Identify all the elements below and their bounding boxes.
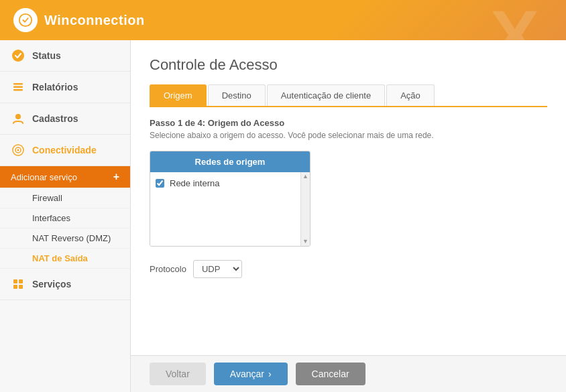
protocol-row: Protocolo UDP TCP ICMP Todos — [150, 260, 547, 278]
sidebar-subitem-interfaces[interactable]: Interfaces — [0, 208, 130, 228]
adicionar-servico-label: Adicionar serviço — [11, 172, 77, 182]
nat-reverso-label: NAT Reverso (DMZ) — [32, 233, 111, 243]
svg-rect-4 — [13, 89, 23, 91]
step-description: Selecione abaixo a origem do acesso. Voc… — [150, 131, 547, 140]
sidebar-item-conectividade[interactable]: Conectividade — [0, 135, 130, 166]
app-name: Winconnection — [44, 13, 145, 28]
cancel-button[interactable]: Cancelar — [296, 363, 365, 385]
sidebar-label-servicos: Serviços — [32, 279, 71, 289]
scrollbar[interactable]: ▲ ▼ — [300, 172, 310, 246]
tab-origem[interactable]: Origem — [150, 84, 207, 106]
svg-rect-10 — [19, 279, 23, 283]
tab-destino[interactable]: Destino — [208, 84, 266, 106]
sidebar-subitem-adicionar-servico[interactable]: Adicionar serviço + — [0, 166, 130, 188]
next-label: Avançar — [230, 369, 264, 379]
firewall-label: Firewall — [32, 193, 62, 203]
main-content: Controle de Acesso Origem Destino Autent… — [131, 40, 566, 355]
svg-point-5 — [15, 114, 21, 119]
network-table-body: Rede interna — [150, 172, 300, 246]
sidebar-item-relatorios[interactable]: Relatórios — [0, 72, 130, 103]
interfaces-label: Interfaces — [32, 213, 70, 223]
svg-point-8 — [17, 149, 19, 151]
sidebar-subitem-nat-saida[interactable]: NAT de Saída — [0, 249, 130, 269]
nat-saida-label: NAT de Saída — [32, 253, 88, 263]
rede-interna-checkbox[interactable] — [156, 179, 164, 188]
sidebar-subitem-nat-reverso[interactable]: NAT Reverso (DMZ) — [0, 228, 130, 249]
sidebar-subitem-firewall[interactable]: Firewall — [0, 188, 130, 208]
svg-rect-9 — [13, 279, 17, 283]
grid-icon — [11, 277, 25, 291]
svg-rect-12 — [19, 285, 23, 289]
network-table-header: Redes de origem — [150, 151, 310, 172]
back-button[interactable]: Voltar — [150, 363, 206, 385]
connectivity-icon — [11, 143, 25, 157]
app-header: Winconnection — [0, 0, 566, 40]
tab-bar: Origem Destino Autenticação de cliente A… — [150, 84, 547, 107]
sidebar-label-cadastros: Cadastros — [32, 113, 78, 124]
tab-acao[interactable]: Ação — [386, 84, 435, 106]
sidebar-item-cadastros[interactable]: Cadastros — [0, 103, 130, 135]
next-button[interactable]: Avançar › — [214, 363, 288, 385]
sidebar-label-relatorios: Relatórios — [32, 82, 78, 92]
plus-icon: + — [113, 171, 119, 183]
network-row-rede-interna: Rede interna — [154, 176, 296, 190]
svg-rect-2 — [13, 83, 23, 85]
rede-interna-label: Rede interna — [170, 178, 219, 188]
user-icon — [11, 111, 25, 126]
footer: Voltar Avançar › Cancelar — [131, 355, 566, 392]
check-circle-icon — [11, 48, 25, 63]
svg-rect-3 — [13, 86, 23, 88]
svg-point-0 — [19, 14, 32, 26]
list-icon — [11, 80, 25, 94]
chevron-right-icon: › — [268, 369, 272, 379]
svg-point-1 — [12, 50, 24, 62]
sidebar-item-status[interactable]: Status — [0, 40, 130, 72]
tab-autenticacao[interactable]: Autenticação de cliente — [267, 84, 385, 106]
sidebar: Status Relatórios Cadastros Conectividad… — [0, 40, 131, 392]
layout: Status Relatórios Cadastros Conectividad… — [0, 40, 566, 392]
protocol-label: Protocolo — [150, 264, 186, 274]
page-title: Controle de Acesso — [150, 56, 547, 74]
svg-rect-11 — [13, 285, 17, 289]
sidebar-label-conectividade: Conectividade — [32, 145, 97, 155]
network-table: Redes de origem Rede interna ▲ ▼ — [150, 151, 310, 247]
sidebar-item-servicos[interactable]: Serviços — [0, 269, 130, 300]
protocol-select[interactable]: UDP TCP ICMP Todos — [193, 260, 242, 278]
app-logo — [13, 8, 38, 32]
step-title: Passo 1 de 4: Origem do Acesso — [150, 118, 547, 128]
sidebar-label-status: Status — [32, 50, 61, 61]
